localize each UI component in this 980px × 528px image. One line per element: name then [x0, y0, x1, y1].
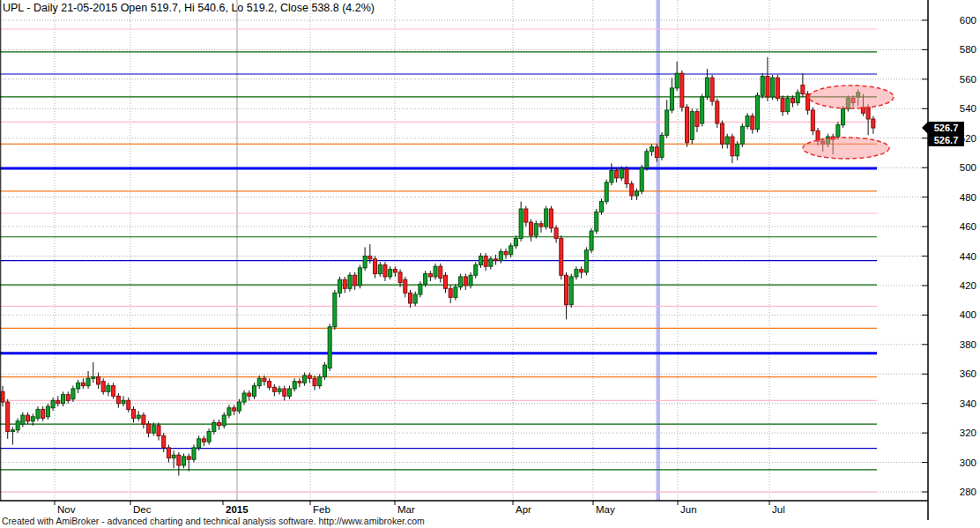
candle-down — [680, 73, 684, 107]
candle-up — [182, 457, 186, 465]
candle-down — [549, 209, 553, 228]
candle-up — [62, 395, 65, 404]
candle-down — [283, 389, 286, 396]
candle-up — [122, 400, 125, 403]
candle-up — [253, 386, 256, 397]
candle-up — [293, 382, 296, 389]
candle-down — [751, 116, 754, 130]
candle-down — [464, 277, 467, 286]
candle-up — [545, 209, 548, 227]
candle-up — [287, 389, 291, 396]
candle-up — [701, 97, 704, 123]
candle-up — [378, 265, 382, 274]
candle-down — [368, 257, 372, 259]
y-axis-label: 460 — [960, 221, 976, 232]
candle-down — [131, 409, 135, 418]
candle-up — [222, 415, 226, 426]
candle-up — [424, 274, 427, 285]
candle-down — [162, 435, 166, 447]
candle-down — [781, 99, 784, 112]
footer-credit: Created with AmiBroker - advanced charti… — [2, 516, 425, 526]
y-axis-label: 340 — [960, 398, 976, 409]
candle-down — [560, 238, 563, 275]
candle-up — [36, 409, 40, 418]
candle-down — [398, 272, 402, 283]
candle-down — [655, 147, 658, 158]
candle-up — [358, 268, 361, 286]
candle-up — [595, 212, 598, 231]
candle-down — [393, 270, 397, 272]
candle-down — [554, 228, 558, 239]
candle-up — [534, 224, 538, 235]
candle-up — [635, 191, 638, 196]
price-tag-last: 526.7 — [928, 134, 964, 146]
candle-down — [313, 378, 316, 385]
candle-down — [686, 108, 689, 143]
candle-down — [41, 409, 45, 418]
candle-up — [92, 377, 95, 379]
amibroker-chart-window: 2803003203403603804004204404604805005205… — [0, 0, 980, 528]
candle-up — [842, 108, 845, 124]
x-axis-label: Dec — [133, 504, 152, 515]
candle-up — [197, 439, 201, 448]
x-axis-label: 2015 — [226, 504, 249, 515]
candle-down — [539, 224, 543, 227]
candle-up — [363, 257, 367, 268]
price-tag-selected: 526.7 — [928, 122, 964, 134]
candle-down — [816, 130, 820, 141]
candle-up — [207, 431, 211, 442]
candle-up — [746, 116, 749, 127]
candle-down — [263, 378, 266, 381]
candle-up — [469, 275, 472, 286]
candle-down — [157, 426, 160, 436]
candle-up — [51, 400, 55, 407]
candle-up — [645, 152, 649, 167]
candle-down — [866, 108, 870, 119]
candle-down — [218, 422, 221, 425]
candle-down — [233, 408, 236, 411]
candle-down — [791, 99, 794, 103]
candle-up — [796, 93, 799, 103]
candle-up — [212, 422, 216, 431]
candle-down — [177, 455, 181, 465]
candle-up — [499, 251, 502, 260]
candle-up — [21, 415, 25, 424]
candle-down — [272, 387, 276, 391]
candle-up — [389, 270, 392, 277]
x-axis-label: Apr — [516, 504, 531, 515]
candle-down — [268, 382, 271, 388]
y-axis-label: 360 — [960, 368, 976, 379]
candle-down — [383, 265, 387, 277]
candle-up — [584, 250, 588, 272]
candle-down — [112, 386, 115, 397]
candle-up — [599, 202, 603, 212]
candle-down — [26, 415, 30, 421]
candle-down — [716, 101, 719, 123]
candle-down — [187, 457, 190, 459]
candle-down — [484, 257, 487, 267]
candle-down — [248, 393, 251, 396]
candle-down — [56, 400, 60, 403]
candle-up — [725, 137, 729, 144]
candle-down — [801, 86, 805, 94]
candle-down — [167, 448, 170, 458]
candle-up — [479, 257, 482, 265]
candle-up — [786, 99, 790, 112]
candle-down — [127, 400, 130, 409]
candle-down — [580, 270, 583, 272]
candle-down — [439, 266, 442, 278]
candle-up — [771, 78, 775, 97]
x-axis-label: Feb — [313, 504, 330, 515]
candle-up — [761, 77, 764, 96]
candle-up — [569, 277, 573, 305]
candle-down — [565, 275, 568, 304]
x-axis-label: Nov — [57, 504, 76, 515]
candle-up — [413, 294, 417, 303]
candle-down — [353, 275, 357, 286]
y-axis-label: 600 — [960, 15, 976, 26]
candle-down — [81, 383, 85, 385]
candle-down — [710, 78, 714, 101]
candle-down — [101, 382, 105, 392]
candle-down — [615, 171, 619, 178]
candle-up — [16, 421, 19, 430]
